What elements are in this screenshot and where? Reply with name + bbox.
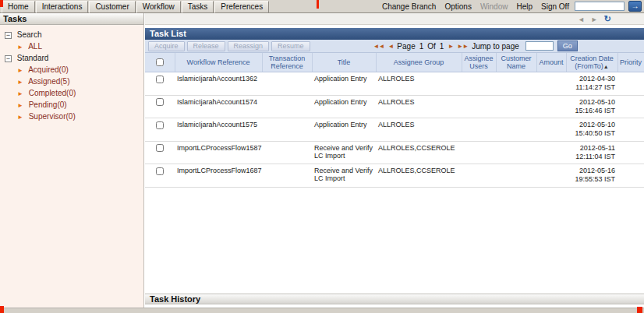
tab-tasks[interactable]: Tasks bbox=[182, 1, 214, 13]
col-creation-date[interactable]: Creation Date (FromTo)▲ bbox=[566, 53, 617, 72]
sidebar-item-supervisor[interactable]: ► Supervisor(0) bbox=[0, 111, 143, 122]
sidebar-item-assigned[interactable]: ► Assigned(5) bbox=[0, 76, 143, 87]
col-transaction-reference[interactable]: Transaction Reference bbox=[262, 53, 312, 72]
tab-workflow[interactable]: Workflow bbox=[136, 1, 181, 13]
sort-asc-icon[interactable]: ▲ bbox=[603, 64, 609, 69]
prev-page-icon[interactable]: ◄ bbox=[387, 43, 393, 50]
reassign-button[interactable]: Reassign bbox=[228, 41, 270, 51]
table-row[interactable]: ImportLCProcessFlow1587 Receive and Veri… bbox=[145, 141, 644, 164]
red-annotation-marker bbox=[317, 0, 319, 9]
cell-amount bbox=[536, 118, 566, 142]
options-link[interactable]: Options bbox=[444, 2, 471, 11]
help-link[interactable]: Help bbox=[516, 2, 533, 11]
cell-transaction-reference bbox=[262, 118, 312, 142]
menu-tabs: Home Interactions Customer Workflow Task… bbox=[2, 1, 270, 13]
cell-transaction-reference bbox=[262, 72, 312, 96]
sidebar-item-label: Pending(0) bbox=[29, 100, 67, 109]
change-branch-link[interactable]: Change Branch bbox=[382, 2, 437, 11]
row-checkbox[interactable] bbox=[156, 144, 164, 152]
pagination: ◄◄ ◄ Page 1 Of 1 ► ►► Jump to page Go bbox=[373, 40, 578, 51]
cell-priority bbox=[617, 141, 644, 164]
row-checkbox[interactable] bbox=[156, 76, 164, 83]
sidebar-item-label: Assigned(5) bbox=[28, 77, 69, 86]
cell-assignee-users bbox=[462, 164, 496, 188]
quick-search-input[interactable] bbox=[575, 2, 625, 11]
col-customer-name[interactable]: Customer Name bbox=[496, 53, 536, 72]
task-list-title: Task List bbox=[150, 29, 186, 38]
row-checkbox[interactable] bbox=[156, 121, 164, 129]
task-history-title: Task History bbox=[150, 294, 200, 304]
sidebar-header: Tasks bbox=[0, 13, 144, 25]
creation-time: 19:55:53 IST bbox=[568, 175, 615, 184]
sidebar-item-label: Completed(0) bbox=[29, 89, 76, 97]
next-page-icon[interactable]: ► bbox=[448, 43, 453, 50]
table-row[interactable]: IslamicIjarahAccount1574 Application Ent… bbox=[145, 95, 644, 118]
page-total: 1 bbox=[440, 42, 444, 51]
acquire-button[interactable]: Acquire bbox=[148, 41, 185, 51]
cell-workflow-reference: ImportLCProcessFlow1687 bbox=[175, 164, 262, 188]
col-amount[interactable]: Amount bbox=[536, 53, 566, 72]
cell-priority bbox=[617, 164, 644, 188]
tab-preferences[interactable]: Preferences bbox=[214, 1, 269, 13]
cell-customer-name bbox=[496, 141, 536, 164]
tab-interactions[interactable]: Interactions bbox=[36, 1, 89, 13]
cell-assignee-group: ALLROLES,CCSEROLE bbox=[376, 141, 462, 164]
cell-assignee-users bbox=[462, 141, 496, 164]
last-page-icon[interactable]: ►► bbox=[457, 43, 468, 50]
col-workflow-reference[interactable]: Workflow Reference bbox=[175, 53, 262, 72]
col-assignee-users[interactable]: Assignee Users bbox=[462, 53, 496, 72]
row-checkbox[interactable] bbox=[156, 98, 164, 106]
collapse-icon[interactable]: − bbox=[5, 32, 12, 39]
collapse-icon[interactable]: − bbox=[5, 55, 12, 62]
row-checkbox[interactable] bbox=[156, 167, 164, 175]
release-button[interactable]: Release bbox=[187, 41, 225, 51]
creation-time: 15:40:50 IST bbox=[568, 129, 615, 138]
sidebar-item-all[interactable]: ► ALL bbox=[0, 40, 143, 52]
task-history-header[interactable]: Task History bbox=[145, 294, 644, 304]
cell-title: Receive and Verify LC Import bbox=[312, 164, 376, 188]
sidebar-item-pending[interactable]: ► Pending(0) bbox=[0, 99, 143, 111]
arrow-icon: ► bbox=[17, 102, 23, 109]
arrow-icon: ► bbox=[17, 90, 23, 97]
tree-group-label: Standard bbox=[17, 54, 49, 62]
cell-customer-name bbox=[496, 95, 536, 118]
tasks-sidebar: − Search ► ALL − Standard ► Acquired(0) … bbox=[0, 25, 144, 308]
table-row[interactable]: IslamicIjarahAccount1362 Application Ent… bbox=[145, 72, 644, 96]
cell-title: Application Entry bbox=[312, 95, 376, 118]
creation-time: 15:16:46 IST bbox=[568, 107, 615, 115]
first-page-icon[interactable]: ◄◄ bbox=[373, 43, 384, 50]
page-current: 1 bbox=[419, 42, 424, 51]
arrow-icon: ► bbox=[17, 44, 23, 51]
col-assignee-group[interactable]: Assignee Group bbox=[376, 53, 462, 72]
jump-to-page-input[interactable] bbox=[525, 41, 554, 51]
tree-group-standard[interactable]: − Standard bbox=[0, 52, 143, 64]
cell-creation-date: 2012-04-30 11:14:27 IST bbox=[566, 72, 617, 96]
resume-button[interactable]: Resume bbox=[271, 41, 310, 51]
content-toolbar-strip: ◄ ► ↻ bbox=[145, 13, 644, 25]
window-link: Window bbox=[480, 2, 508, 11]
table-row[interactable]: ImportLCProcessFlow1687 Receive and Veri… bbox=[145, 164, 644, 188]
table-row[interactable]: IslamicIjarahAccount1575 Application Ent… bbox=[145, 118, 644, 142]
arrow-icon: ► bbox=[17, 79, 23, 86]
tree-group-search[interactable]: − Search bbox=[0, 29, 143, 40]
col-priority[interactable]: Priority bbox=[617, 53, 644, 72]
cell-amount bbox=[536, 72, 566, 96]
nav-back-icon[interactable]: ◄ bbox=[578, 16, 585, 23]
sidebar-title: Tasks bbox=[3, 14, 27, 23]
task-table: Workflow Reference Transaction Reference… bbox=[145, 53, 644, 188]
submit-arrow-button[interactable]: → bbox=[628, 1, 642, 12]
col-title[interactable]: Title bbox=[312, 53, 376, 72]
sign-off-link[interactable]: Sign Off bbox=[541, 2, 569, 11]
sidebar-item-completed[interactable]: ► Completed(0) bbox=[0, 87, 143, 99]
cell-workflow-reference: IslamicIjarahAccount1574 bbox=[175, 95, 262, 118]
bottom-status-strip bbox=[0, 308, 644, 313]
nav-forward-icon[interactable]: ► bbox=[591, 16, 598, 23]
refresh-icon[interactable]: ↻ bbox=[604, 14, 611, 24]
go-button[interactable]: Go bbox=[557, 40, 578, 51]
sidebar-item-acquired[interactable]: ► Acquired(0) bbox=[0, 64, 143, 76]
page-of-label: Of bbox=[427, 42, 436, 51]
tab-home[interactable]: Home bbox=[2, 1, 35, 13]
tab-customer[interactable]: Customer bbox=[89, 1, 135, 13]
cell-transaction-reference bbox=[262, 95, 312, 118]
select-all-checkbox[interactable] bbox=[156, 58, 164, 66]
